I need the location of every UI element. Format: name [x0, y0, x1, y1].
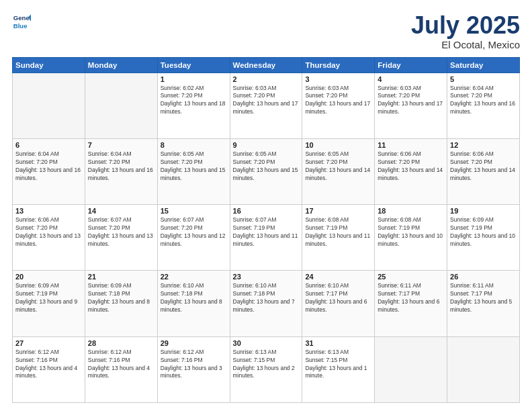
table-cell: 14Sunrise: 6:07 AMSunset: 7:20 PMDayligh… [85, 205, 157, 271]
location: El Ocotal, Mexico [411, 39, 520, 50]
table-cell: 13Sunrise: 6:06 AMSunset: 7:20 PMDayligh… [13, 205, 85, 271]
day-number: 17 [305, 207, 371, 215]
table-cell: 28Sunrise: 6:12 AMSunset: 7:16 PMDayligh… [85, 336, 157, 402]
logo-icon: General Blue [12, 12, 31, 31]
day-info: Sunrise: 6:02 AMSunset: 7:20 PMDaylight:… [161, 85, 227, 117]
day-info: Sunrise: 6:03 AMSunset: 7:20 PMDaylight:… [378, 85, 444, 117]
table-cell: 2Sunrise: 6:03 AMSunset: 7:20 PMDaylight… [230, 73, 302, 138]
day-number: 26 [450, 273, 517, 281]
table-cell: 6Sunrise: 6:04 AMSunset: 7:20 PMDaylight… [13, 138, 85, 204]
table-cell: 12Sunrise: 6:06 AMSunset: 7:20 PMDayligh… [447, 138, 520, 204]
day-number: 28 [88, 339, 154, 347]
col-tuesday: Tuesday [157, 57, 230, 73]
table-cell: 27Sunrise: 6:12 AMSunset: 7:16 PMDayligh… [13, 336, 85, 402]
table-cell: 1Sunrise: 6:02 AMSunset: 7:20 PMDaylight… [157, 73, 230, 138]
table-cell: 29Sunrise: 6:12 AMSunset: 7:16 PMDayligh… [157, 336, 230, 402]
day-number: 9 [233, 141, 300, 149]
table-cell: 10Sunrise: 6:05 AMSunset: 7:20 PMDayligh… [302, 138, 375, 204]
header: General Blue July 2025 El Ocotal, Mexico [12, 12, 520, 50]
day-info: Sunrise: 6:05 AMSunset: 7:20 PMDaylight:… [233, 150, 300, 183]
day-number: 23 [233, 273, 300, 281]
day-number: 30 [233, 339, 300, 347]
table-cell: 15Sunrise: 6:07 AMSunset: 7:20 PMDayligh… [157, 205, 230, 271]
table-cell [13, 73, 85, 138]
col-wednesday: Wednesday [230, 57, 302, 73]
day-info: Sunrise: 6:04 AMSunset: 7:20 PMDaylight:… [88, 150, 154, 183]
table-cell: 11Sunrise: 6:06 AMSunset: 7:20 PMDayligh… [375, 138, 447, 204]
table-cell: 18Sunrise: 6:08 AMSunset: 7:19 PMDayligh… [375, 205, 447, 271]
day-info: Sunrise: 6:04 AMSunset: 7:20 PMDaylight:… [15, 150, 82, 183]
svg-text:Blue: Blue [13, 22, 28, 30]
day-info: Sunrise: 6:07 AMSunset: 7:20 PMDaylight:… [161, 216, 227, 248]
day-info: Sunrise: 6:10 AMSunset: 7:17 PMDaylight:… [305, 282, 371, 314]
col-sunday: Sunday [13, 57, 85, 73]
table-cell: 8Sunrise: 6:05 AMSunset: 7:20 PMDaylight… [157, 138, 230, 204]
table-cell: 22Sunrise: 6:10 AMSunset: 7:18 PMDayligh… [157, 271, 230, 336]
day-number: 2 [233, 75, 300, 83]
week-row-3: 13Sunrise: 6:06 AMSunset: 7:20 PMDayligh… [13, 205, 520, 271]
table-cell: 20Sunrise: 6:09 AMSunset: 7:19 PMDayligh… [13, 271, 85, 336]
day-number: 3 [305, 75, 371, 83]
table-cell [375, 336, 447, 402]
header-row: Sunday Monday Tuesday Wednesday Thursday… [13, 57, 520, 73]
day-number: 4 [378, 75, 444, 83]
day-number: 19 [450, 207, 517, 215]
day-number: 21 [88, 273, 154, 281]
day-number: 25 [378, 273, 444, 281]
day-number: 10 [305, 141, 371, 149]
week-row-4: 20Sunrise: 6:09 AMSunset: 7:19 PMDayligh… [13, 271, 520, 336]
day-info: Sunrise: 6:06 AMSunset: 7:20 PMDaylight:… [15, 216, 82, 248]
calendar-table: Sunday Monday Tuesday Wednesday Thursday… [12, 57, 520, 403]
table-cell: 5Sunrise: 6:04 AMSunset: 7:20 PMDaylight… [447, 73, 520, 138]
col-friday: Friday [375, 57, 447, 73]
day-number: 8 [161, 141, 227, 149]
day-info: Sunrise: 6:09 AMSunset: 7:18 PMDaylight:… [88, 282, 154, 314]
table-cell [85, 73, 157, 138]
day-number: 14 [88, 207, 154, 215]
week-row-5: 27Sunrise: 6:12 AMSunset: 7:16 PMDayligh… [13, 336, 520, 402]
day-info: Sunrise: 6:06 AMSunset: 7:20 PMDaylight:… [378, 150, 444, 183]
day-info: Sunrise: 6:05 AMSunset: 7:20 PMDaylight:… [161, 150, 227, 183]
day-info: Sunrise: 6:12 AMSunset: 7:16 PMDaylight:… [15, 349, 82, 381]
day-number: 6 [15, 141, 82, 149]
day-number: 1 [161, 75, 227, 83]
day-number: 22 [161, 273, 227, 281]
day-number: 31 [305, 339, 371, 347]
day-number: 18 [378, 207, 444, 215]
day-info: Sunrise: 6:13 AMSunset: 7:15 PMDaylight:… [305, 349, 371, 381]
day-info: Sunrise: 6:12 AMSunset: 7:16 PMDaylight:… [161, 349, 227, 381]
day-info: Sunrise: 6:09 AMSunset: 7:19 PMDaylight:… [15, 282, 82, 314]
month-title: July 2025 [411, 12, 520, 39]
table-cell: 26Sunrise: 6:11 AMSunset: 7:17 PMDayligh… [447, 271, 520, 336]
day-number: 11 [378, 141, 444, 149]
day-number: 24 [305, 273, 371, 281]
day-number: 16 [233, 207, 300, 215]
week-row-2: 6Sunrise: 6:04 AMSunset: 7:20 PMDaylight… [13, 138, 520, 204]
table-cell: 9Sunrise: 6:05 AMSunset: 7:20 PMDaylight… [230, 138, 302, 204]
day-info: Sunrise: 6:03 AMSunset: 7:20 PMDaylight:… [305, 85, 371, 117]
day-info: Sunrise: 6:05 AMSunset: 7:20 PMDaylight:… [305, 150, 371, 183]
table-cell: 17Sunrise: 6:08 AMSunset: 7:19 PMDayligh… [302, 205, 375, 271]
table-cell: 23Sunrise: 6:10 AMSunset: 7:18 PMDayligh… [230, 271, 302, 336]
day-info: Sunrise: 6:06 AMSunset: 7:20 PMDaylight:… [450, 150, 517, 183]
table-cell: 30Sunrise: 6:13 AMSunset: 7:15 PMDayligh… [230, 336, 302, 402]
day-info: Sunrise: 6:10 AMSunset: 7:18 PMDaylight:… [233, 282, 300, 314]
table-cell: 21Sunrise: 6:09 AMSunset: 7:18 PMDayligh… [85, 271, 157, 336]
table-cell [447, 336, 520, 402]
table-cell: 25Sunrise: 6:11 AMSunset: 7:17 PMDayligh… [375, 271, 447, 336]
svg-text:General: General [13, 14, 31, 21]
col-saturday: Saturday [447, 57, 520, 73]
table-cell: 24Sunrise: 6:10 AMSunset: 7:17 PMDayligh… [302, 271, 375, 336]
logo: General Blue [12, 12, 31, 31]
day-info: Sunrise: 6:08 AMSunset: 7:19 PMDaylight:… [305, 216, 371, 248]
week-row-1: 1Sunrise: 6:02 AMSunset: 7:20 PMDaylight… [13, 73, 520, 138]
page: General Blue July 2025 El Ocotal, Mexico… [0, 0, 532, 411]
day-info: Sunrise: 6:03 AMSunset: 7:20 PMDaylight:… [233, 85, 300, 117]
table-cell: 7Sunrise: 6:04 AMSunset: 7:20 PMDaylight… [85, 138, 157, 204]
day-number: 27 [15, 339, 82, 347]
day-info: Sunrise: 6:12 AMSunset: 7:16 PMDaylight:… [88, 349, 154, 381]
table-cell: 16Sunrise: 6:07 AMSunset: 7:19 PMDayligh… [230, 205, 302, 271]
table-cell: 19Sunrise: 6:09 AMSunset: 7:19 PMDayligh… [447, 205, 520, 271]
col-monday: Monday [85, 57, 157, 73]
day-info: Sunrise: 6:13 AMSunset: 7:15 PMDaylight:… [233, 349, 300, 381]
